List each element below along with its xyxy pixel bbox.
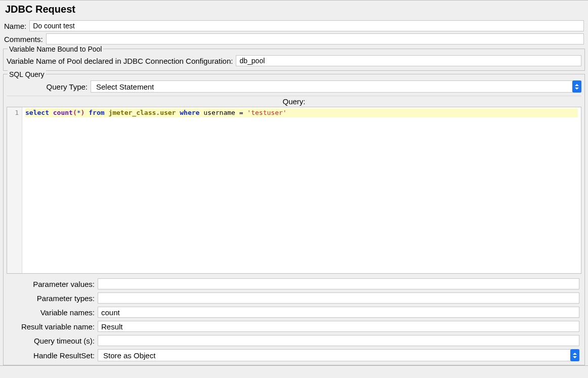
fn-count: count (53, 109, 73, 116)
query-label: Query: (7, 96, 581, 107)
editor-content[interactable]: select count(*) from jmeter_class.user w… (22, 107, 581, 273)
parameter-types-label: Parameter types: (9, 294, 95, 303)
eq-token: = (239, 109, 243, 116)
star-token: * (77, 109, 81, 116)
name-input[interactable] (29, 20, 584, 31)
parameter-values-input[interactable] (98, 278, 579, 289)
table-token: jmeter_class.user (108, 109, 176, 116)
sql-fieldset: SQL Query Query Type: Select Statement Q… (3, 74, 585, 365)
panel-title: JDBC Request (0, 1, 588, 19)
query-timeout-input[interactable] (98, 335, 579, 346)
jdbc-request-panel: JDBC Request Name: Comments: Variable Na… (0, 0, 588, 366)
comments-label: Comments: (4, 35, 43, 44)
paren-left: ( (73, 109, 77, 116)
handle-resultset-label: Handle ResultSet: (9, 351, 95, 360)
query-type-label: Query Type: (7, 82, 88, 91)
pool-legend: Variable Name Bound to Pool (8, 45, 103, 53)
pool-fieldset: Variable Name Bound to Pool Variable Nam… (3, 49, 585, 71)
query-line: select count(*) from jmeter_class.user w… (25, 108, 578, 117)
query-editor[interactable]: 1 select count(*) from jmeter_class.user… (7, 107, 581, 274)
parameter-types-input[interactable] (98, 292, 579, 304)
comments-input[interactable] (46, 33, 584, 45)
sql-bottom-fields: Parameter values: Parameter types: Varia… (7, 276, 581, 363)
editor-gutter: 1 (7, 107, 22, 273)
comments-row: Comments: (0, 32, 588, 46)
query-timeout-label: Query timeout (s): (9, 337, 95, 345)
result-variable-name-input[interactable] (98, 321, 579, 332)
variable-names-input[interactable] (98, 307, 579, 318)
col-token: username (203, 109, 235, 116)
line-number: 1 (7, 108, 19, 117)
kw-where: where (180, 109, 199, 116)
variable-names-label: Variable names: (9, 308, 95, 317)
kw-select: select (25, 109, 49, 116)
query-type-select[interactable]: Select Statement (91, 80, 581, 93)
name-label: Name: (4, 22, 26, 30)
paren-right: ) (81, 109, 85, 116)
kw-from: from (89, 109, 104, 116)
result-variable-name-label: Result variable name: (9, 322, 95, 331)
name-row: Name: (0, 19, 588, 32)
handle-resultset-select[interactable]: Store as Object (98, 349, 579, 361)
sql-legend: SQL Query (8, 70, 46, 78)
pool-label: Variable Name of Pool declared in JDBC C… (7, 57, 233, 65)
str-token: 'testuser' (247, 109, 286, 116)
parameter-values-label: Parameter values: (9, 280, 95, 288)
pool-input[interactable] (236, 55, 581, 66)
